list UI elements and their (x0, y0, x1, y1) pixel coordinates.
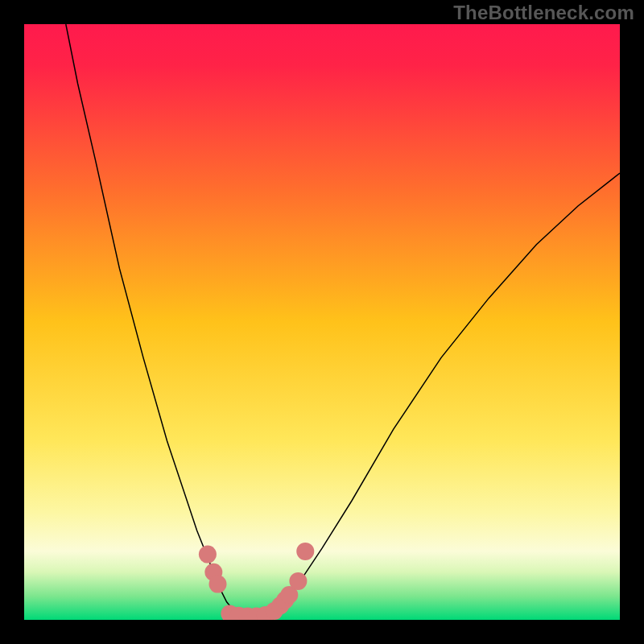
marker-dot (209, 576, 227, 593)
chart-background (24, 24, 620, 620)
chart-svg (24, 24, 620, 620)
marker-dot (296, 543, 314, 560)
marker-dot (289, 572, 307, 590)
marker-dot (199, 546, 217, 564)
plot-area (24, 24, 620, 620)
watermark-label: TheBottleneck.com (453, 2, 634, 24)
chart-frame: TheBottleneck.com (0, 0, 644, 644)
